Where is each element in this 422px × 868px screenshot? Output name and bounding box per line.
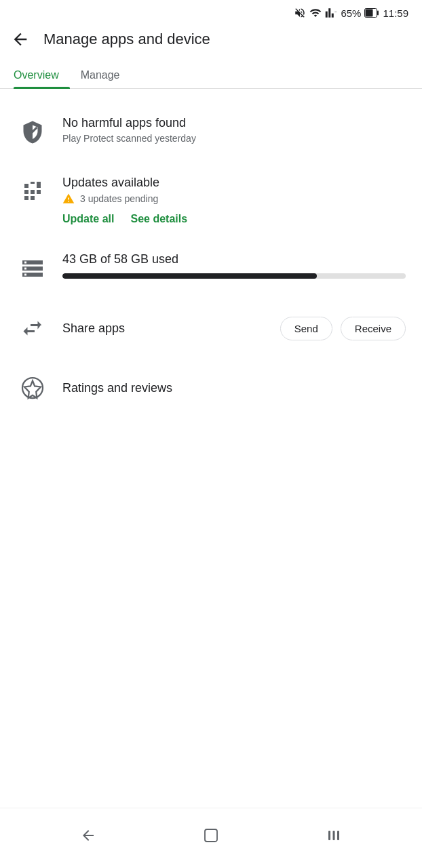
svg-rect-7 — [332, 831, 334, 840]
storage-fill — [62, 273, 317, 279]
storage-content: 43 GB of 58 GB used — [62, 252, 406, 279]
content-area: No harmful apps found Play Protect scann… — [0, 89, 422, 808]
tab-manage[interactable]: Manage — [81, 61, 131, 88]
svg-rect-6 — [328, 831, 330, 840]
security-section: No harmful apps found Play Protect scann… — [0, 102, 422, 162]
action-links: Update all See details — [62, 213, 406, 225]
receive-button[interactable]: Receive — [341, 317, 406, 340]
updates-content: Updates available 3 updates pending Upda… — [62, 176, 406, 225]
nav-home-button[interactable] — [195, 819, 227, 852]
svg-rect-1 — [366, 9, 373, 17]
ratings-label: Ratings and reviews — [62, 381, 172, 395]
header: Manage apps and device — [0, 23, 422, 56]
updates-icon — [16, 176, 49, 208]
share-apps-section: Share apps Send Receive — [0, 298, 422, 358]
send-button[interactable]: Send — [280, 317, 332, 340]
nav-recents-button[interactable] — [318, 819, 350, 852]
tabs-container: Overview Manage — [0, 61, 422, 89]
storage-title: 43 GB of 58 GB used — [62, 252, 406, 267]
time-text: 11:59 — [383, 7, 408, 19]
security-subtitle: Play Protect scanned yesterday — [62, 133, 406, 144]
mute-icon — [294, 7, 306, 19]
see-details-button[interactable]: See details — [130, 213, 187, 225]
updates-section: Updates available 3 updates pending Upda… — [0, 162, 422, 239]
svg-rect-8 — [337, 831, 339, 840]
back-button[interactable] — [11, 30, 30, 49]
security-content: No harmful apps found Play Protect scann… — [62, 116, 406, 144]
tab-overview[interactable]: Overview — [14, 61, 70, 88]
bottom-nav — [0, 808, 422, 868]
share-apps-label: Share apps — [62, 321, 125, 336]
svg-rect-5 — [205, 829, 217, 842]
signal-icon — [325, 7, 337, 19]
share-buttons: Send Receive — [280, 317, 406, 340]
battery-icon — [364, 8, 379, 18]
status-bar: 65% 11:59 — [0, 0, 422, 23]
battery-text: 65% — [341, 7, 361, 19]
ratings-icon — [16, 372, 49, 404]
pending-count: 3 updates pending — [80, 193, 158, 204]
wifi-icon — [309, 7, 322, 19]
page-title: Manage apps and device — [43, 31, 210, 48]
storage-progress — [62, 273, 406, 279]
ratings-section[interactable]: Ratings and reviews — [0, 358, 422, 418]
status-icons: 65% 11:59 — [294, 7, 408, 19]
nav-back-button[interactable] — [72, 819, 104, 852]
updates-pending-row: 3 updates pending — [62, 193, 406, 205]
security-title: No harmful apps found — [62, 116, 406, 130]
update-all-button[interactable]: Update all — [62, 213, 114, 225]
shield-icon — [16, 116, 49, 149]
storage-icon — [16, 252, 49, 285]
warning-icon — [62, 193, 75, 205]
share-icon — [16, 312, 49, 344]
updates-title: Updates available — [62, 176, 406, 190]
storage-section: 43 GB of 58 GB used — [0, 239, 422, 298]
